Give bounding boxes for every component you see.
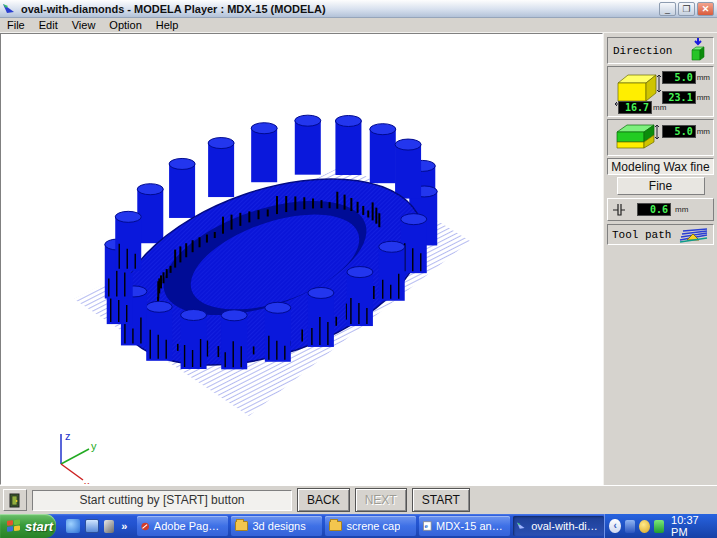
menu-edit[interactable]: Edit	[32, 18, 65, 32]
exit-door-icon	[8, 493, 22, 508]
workpiece-width-display: 16.7	[618, 101, 652, 114]
pagemill-icon	[141, 521, 149, 532]
menu-bar: File Edit View Option Help	[0, 18, 717, 33]
minimize-button[interactable]: _	[659, 2, 676, 16]
tool-path-label: Tool path	[612, 229, 671, 241]
control-bar: Start cutting by [START] button BACK NEX…	[0, 485, 717, 514]
utility-app-icon[interactable]	[104, 520, 114, 533]
model-3d-view	[1, 34, 602, 484]
status-message: Start cutting by [START] button	[32, 490, 292, 511]
direction-cube-icon[interactable]	[688, 38, 708, 63]
window-title: oval-with-diamonds - MODELA Player : MDX…	[21, 3, 326, 15]
menu-file[interactable]: File	[0, 18, 32, 32]
next-button[interactable]: NEXT	[355, 488, 407, 512]
unit-label: mm	[697, 93, 710, 102]
close-button[interactable]: ✕	[697, 2, 714, 16]
workpiece-height-display: 5.0	[662, 71, 696, 84]
unit-label: mm	[697, 127, 710, 136]
menu-view[interactable]: View	[65, 18, 103, 32]
start-label: start	[25, 519, 53, 534]
internet-explorer-icon[interactable]	[66, 519, 80, 533]
model-height-display: 5.0	[662, 125, 696, 138]
axis-triad: z y x	[31, 419, 101, 485]
tool-path-section: Tool path	[607, 224, 714, 245]
modela-icon	[517, 521, 527, 531]
task-mdx-15-page[interactable]: e MDX-15 and MD...	[419, 516, 510, 536]
restore-button[interactable]: ❐	[678, 2, 695, 16]
task-screne-cap[interactable]: screne cap	[325, 516, 416, 536]
ie-page-icon: e	[423, 520, 432, 532]
parameter-panel: Direction 5.0 mm	[603, 33, 717, 485]
windows-flag-icon	[7, 519, 21, 532]
tray-icon-blue[interactable]	[625, 520, 635, 533]
material-name: Modeling Wax fine	[607, 158, 714, 175]
unit-label: mm	[675, 205, 688, 214]
task-3d-designs[interactable]: 3d designs	[231, 516, 322, 536]
tray-clock: 10:37 PM	[671, 514, 709, 538]
menu-help[interactable]: Help	[149, 18, 186, 32]
unit-label: mm	[697, 73, 710, 82]
tool-depth-section: 0.6 mm	[607, 198, 714, 221]
folder-icon	[235, 521, 248, 531]
direction-section: Direction	[607, 37, 714, 64]
cutting-depth-icon	[612, 202, 634, 218]
workpiece-size-section: 5.0 mm 23.1 mm 16.7 mm	[607, 66, 714, 117]
tray-collapse-chevron[interactable]: ‹	[609, 519, 620, 533]
model-size-section: 5.0 mm	[607, 119, 714, 156]
folder-icon	[329, 521, 342, 531]
back-button[interactable]: BACK	[297, 488, 350, 512]
task-oval-with-diamonds[interactable]: oval-with-diamo...	[513, 516, 604, 536]
axis-y-label: y	[91, 440, 97, 452]
task-adobe-pagemill[interactable]: Adobe PageMill -...	[137, 516, 228, 536]
axis-x-label: x	[84, 479, 90, 485]
workpiece-depth-display: 23.1	[662, 91, 696, 104]
start-button[interactable]: START	[412, 488, 470, 512]
task-buttons: Adobe PageMill -... 3d designs screne ca…	[137, 516, 604, 536]
svg-text:e: e	[425, 522, 429, 529]
start-menu-button[interactable]: start	[0, 514, 56, 538]
mail-app-icon[interactable]	[85, 519, 99, 533]
exit-button[interactable]	[3, 489, 27, 511]
layered-toolpath-icon	[679, 227, 709, 243]
finish-quality-button[interactable]: Fine	[617, 177, 705, 195]
tray-icon-green[interactable]	[654, 520, 664, 533]
taskbar: start » Adobe PageMill -... 3d designs s…	[0, 514, 717, 538]
tool-depth-display: 0.6	[637, 203, 671, 216]
modela-player-window: oval-with-diamonds - MODELA Player : MDX…	[0, 0, 717, 538]
quick-launch-overflow[interactable]: »	[121, 520, 127, 532]
system-tray: ‹ 10:37 PM	[604, 514, 717, 538]
direction-label: Direction	[613, 45, 672, 57]
model-viewport[interactable]: z y x	[0, 33, 603, 485]
quick-launch: »	[56, 519, 133, 533]
tray-icon-yellow[interactable]	[639, 520, 649, 533]
axis-z-label: z	[65, 430, 71, 442]
title-bar: oval-with-diamonds - MODELA Player : MDX…	[0, 0, 717, 18]
app-logo-icon	[3, 3, 17, 15]
menu-option[interactable]: Option	[102, 18, 148, 32]
model-box-icon	[612, 122, 662, 154]
unit-label: mm	[653, 103, 666, 112]
